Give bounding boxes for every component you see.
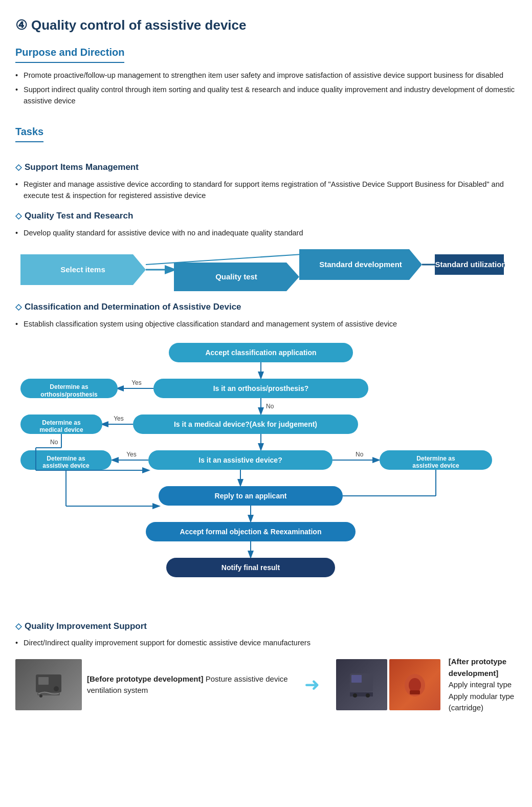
flow-diagram: Select items Quality test Standard devel… — [15, 247, 506, 292]
diamond-icon-3: ◇ — [15, 301, 21, 313]
support-items-section: ◇ Support Items Management Register and … — [15, 161, 517, 201]
tasks-heading: Tasks — [15, 124, 43, 142]
after-image-2 — [389, 659, 440, 710]
svg-text:Determine as: Determine as — [416, 455, 455, 462]
purpose-bullet-2: Support indirect quality control through… — [15, 84, 517, 107]
classification-flowchart: Accept classification application Is it … — [15, 338, 517, 609]
main-title-text: Quality control of assistive device — [31, 15, 246, 35]
purpose-section: Purpose and Direction Promote proactive/… — [15, 45, 517, 106]
svg-text:Yes: Yes — [126, 451, 137, 458]
diamond-icon-4: ◇ — [15, 620, 21, 632]
svg-text:Yes: Yes — [131, 379, 142, 386]
classification-bullet: Establish classification system using ob… — [15, 319, 517, 330]
svg-text:Reply to an applicant: Reply to an applicant — [215, 492, 287, 500]
quality-improvement-bullet: Direct/Indirect quality improvement supp… — [15, 638, 517, 649]
svg-rect-73 — [410, 690, 420, 694]
quality-test-heading: ◇ Quality Test and Research — [15, 209, 517, 223]
svg-text:No: No — [50, 439, 58, 446]
svg-text:No: No — [266, 403, 274, 410]
purpose-heading: Purpose and Direction — [15, 45, 124, 63]
quality-improvement-section: ◇ Quality Improvement Support Direct/Ind… — [15, 620, 517, 714]
svg-text:assistive device: assistive device — [42, 462, 90, 469]
after-image-1 — [336, 659, 387, 710]
svg-text:medical device: medical device — [39, 426, 83, 433]
support-items-heading: ◇ Support Items Management — [15, 161, 517, 174]
svg-text:Notify final result: Notify final result — [221, 563, 280, 572]
quality-test-section: ◇ Quality Test and Research Develop qual… — [15, 209, 517, 295]
quality-test-bullet: Develop quality standard for assistive d… — [15, 228, 517, 239]
main-title: ④ Quality control of assistive device — [15, 15, 517, 35]
svg-text:Select items: Select items — [60, 265, 105, 274]
arrow-right-icon: ➜ — [304, 671, 320, 699]
svg-text:Yes: Yes — [114, 415, 124, 422]
svg-point-66 — [39, 694, 42, 697]
svg-rect-68 — [351, 675, 362, 683]
svg-text:Is it a medical device?(Ask fo: Is it a medical device?(Ask for judgemen… — [174, 420, 317, 428]
svg-text:Quality test: Quality test — [215, 272, 257, 281]
svg-text:Standard utilization: Standard utilization — [435, 260, 506, 269]
support-items-bullet: Register and manage assistive device acc… — [15, 179, 517, 202]
svg-point-69 — [353, 693, 357, 697]
quality-improvement-heading: ◇ Quality Improvement Support — [15, 620, 517, 633]
before-image — [15, 659, 82, 710]
svg-text:Determine as: Determine as — [42, 419, 81, 426]
before-text: [Before prototype development] Posture a… — [87, 673, 288, 696]
svg-point-72 — [409, 678, 421, 692]
svg-text:orthosis/prosthesis: orthosis/prosthesis — [40, 391, 98, 398]
svg-text:Determine as: Determine as — [47, 455, 85, 462]
prototype-images-row: [Before prototype development] Posture a… — [15, 656, 517, 714]
classification-section: ◇ Classification and Determination of As… — [15, 300, 517, 613]
svg-text:No: No — [356, 451, 364, 458]
svg-text:Is it an assistive device?: Is it an assistive device? — [198, 456, 282, 464]
purpose-bullet-1: Promote proactive/follow-up management t… — [15, 70, 517, 81]
svg-point-70 — [366, 693, 370, 697]
svg-rect-63 — [38, 677, 49, 685]
svg-text:Is it an orthosis/prosthesis?: Is it an orthosis/prosthesis? — [213, 384, 309, 392]
section-number: ④ — [15, 15, 27, 35]
svg-text:Determine as: Determine as — [50, 383, 88, 390]
diamond-icon-2: ◇ — [15, 210, 21, 222]
svg-text:Accept classification applicat: Accept classification application — [205, 348, 316, 357]
svg-point-64 — [54, 686, 59, 691]
svg-text:Standard development: Standard development — [319, 260, 402, 269]
svg-text:Accept formal objection & Reex: Accept formal objection & Reexamination — [180, 528, 322, 536]
svg-text:assistive device: assistive device — [412, 462, 459, 469]
diamond-icon: ◇ — [15, 161, 21, 173]
after-text: [After prototype development] Apply inte… — [449, 656, 517, 714]
classification-heading: ◇ Classification and Determination of As… — [15, 300, 517, 314]
